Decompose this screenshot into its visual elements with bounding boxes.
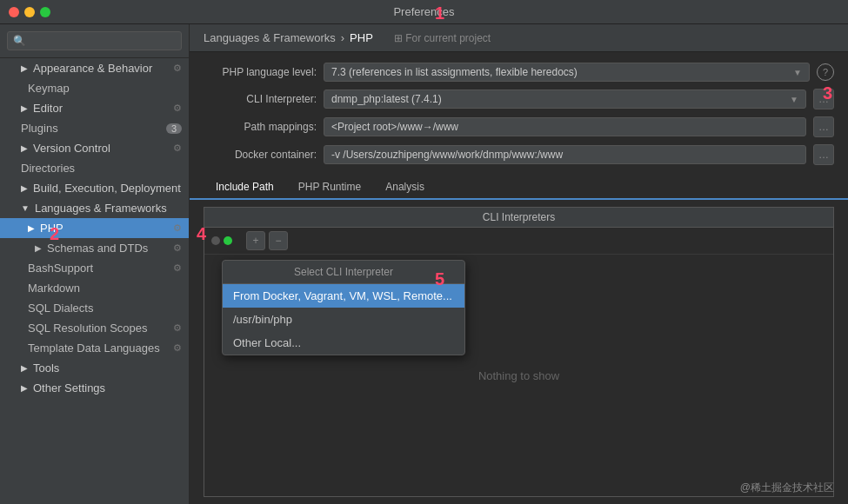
sidebar-item-label: BashSupport: [28, 262, 93, 275]
settings-icon: ⚙: [173, 322, 182, 334]
settings-icon: ⚙: [173, 63, 182, 74]
dropdown-item-usr-bin-php[interactable]: /usr/bin/php: [223, 308, 464, 331]
breadcrumb: Languages & Frameworks › PHP: [204, 31, 373, 44]
expand-arrow-icon: ▶: [21, 103, 28, 113]
cli-interpreter-row: CLI Interpreter: dnmp_php:latest (7.4.1)…: [204, 89, 834, 109]
sidebar-item-bashsupport[interactable]: BashSupport ⚙: [0, 258, 189, 278]
sidebar-item-label: SQL Resolution Scopes: [28, 322, 148, 335]
cli-interpreter-dropdown[interactable]: dnmp_php:latest (7.4.1) ▼: [324, 90, 806, 109]
path-mappings-value: <Project root>/www→/www: [324, 117, 806, 136]
sidebar-item-sql-dialects[interactable]: SQL Dialects: [0, 298, 189, 318]
sidebar-item-sql-resolution-scopes[interactable]: SQL Resolution Scopes ⚙: [0, 318, 189, 338]
sidebar-item-label: Template Data Languages: [28, 342, 160, 355]
cli-interpreter-label: CLI Interpreter:: [204, 93, 317, 105]
form-area: PHP language level: 7.3 (references in l…: [190, 52, 848, 176]
content-area: Languages & Frameworks › PHP ⊞ For curre…: [190, 24, 848, 504]
dropdown-arrow-icon: ▼: [793, 68, 802, 77]
sidebar-item-label: SQL Dialects: [28, 302, 93, 315]
sidebar-item-label: PHP: [40, 222, 63, 235]
sidebar-item-label: Build, Execution, Deployment: [33, 182, 181, 195]
for-current-project[interactable]: ⊞ For current project: [394, 32, 491, 44]
expand-arrow-icon: ▶: [21, 363, 28, 373]
sidebar-item-label: Directories: [21, 162, 75, 175]
settings-icon: ⚙: [173, 222, 182, 234]
breadcrumb-arrow: ›: [341, 31, 344, 44]
titlebar: Preferences: [0, 0, 848, 24]
cli-interpreter-edit-button[interactable]: …: [813, 89, 834, 109]
php-language-level-value: 7.3 (references in list assignments, fle…: [331, 66, 578, 78]
sidebar-search-container: [0, 24, 189, 58]
sidebar-item-markdown[interactable]: Markdown: [0, 278, 189, 298]
for-current-label: ⊞ For current project: [394, 32, 491, 44]
window-controls: [9, 7, 50, 17]
tab-php-runtime[interactable]: PHP Runtime: [286, 176, 373, 200]
sidebar-item-label: Tools: [33, 361, 59, 375]
cli-panel-header: CLI Interpreters: [204, 208, 833, 228]
maximize-button[interactable]: [40, 7, 50, 17]
dropdown-item-from-docker[interactable]: From Docker, Vagrant, VM, WSL, Remote...: [223, 284, 464, 308]
php-language-level-dropdown[interactable]: 7.3 (references in list assignments, fle…: [324, 63, 810, 82]
window-title: Preferences: [393, 5, 454, 18]
dropdown-arrow-icon: ▼: [790, 95, 798, 104]
dropdown-item-other-local[interactable]: Other Local...: [223, 331, 464, 355]
php-language-level-label: PHP language level:: [204, 66, 317, 78]
sidebar-item-directories[interactable]: Directories: [0, 158, 189, 178]
sidebar-item-version-control[interactable]: ▶ Version Control ⚙: [0, 138, 189, 158]
sidebar-item-build-execution[interactable]: ▶ Build, Execution, Deployment: [0, 178, 189, 198]
sidebar-item-label: Keymap: [28, 82, 70, 95]
docker-container-text: -v /Users/zouzhipeng/www/work/dnmp/www:/…: [331, 149, 563, 161]
sidebar-item-editor[interactable]: ▶ Editor ⚙: [0, 98, 189, 118]
settings-icon: ⚙: [173, 342, 182, 354]
expand-arrow-icon: ▶: [21, 63, 28, 73]
cli-interpreter-value: dnmp_php:latest (7.4.1): [331, 93, 442, 105]
sidebar-item-appearance-behavior[interactable]: ▶ Appearance & Behavior ⚙: [0, 58, 189, 78]
expand-arrow-icon: ▶: [21, 183, 28, 193]
sidebar-item-keymap[interactable]: Keymap: [0, 78, 189, 98]
sidebar-item-tools[interactable]: ▶ Tools: [0, 358, 189, 378]
select-cli-interpreter-dropdown: Select CLI Interpreter From Docker, Vagr…: [222, 260, 465, 355]
cli-panel-toolbar: + −: [204, 228, 833, 255]
content-header: Languages & Frameworks › PHP ⊞ For curre…: [190, 24, 848, 52]
sidebar-item-label: Other Settings: [33, 381, 105, 395]
main-layout: ▶ Appearance & Behavior ⚙ Keymap ▶ Edito…: [0, 24, 848, 504]
path-mappings-edit-button[interactable]: …: [813, 116, 834, 137]
sidebar: ▶ Appearance & Behavior ⚙ Keymap ▶ Edito…: [0, 24, 190, 504]
breadcrumb-current: PHP: [350, 31, 373, 44]
path-mappings-row: Path mappings: <Project root>/www→/www …: [204, 116, 834, 137]
sidebar-item-template-data-languages[interactable]: Template Data Languages ⚙: [0, 338, 189, 358]
watermark: @稀土掘金技术社区: [740, 481, 834, 495]
sidebar-item-label: Markdown: [28, 282, 80, 295]
close-button[interactable]: [9, 7, 19, 17]
expand-arrow-icon: ▶: [28, 223, 35, 233]
cli-panel-title: CLI Interpreters: [483, 211, 555, 223]
sidebar-item-plugins[interactable]: Plugins 3: [0, 118, 189, 138]
sidebar-item-php[interactable]: ▶ PHP ⚙: [0, 218, 189, 238]
minimize-button[interactable]: [24, 7, 35, 17]
expand-arrow-icon: ▶: [21, 383, 28, 393]
tabs-bar: Include Path PHP Runtime Analysis: [190, 176, 848, 200]
docker-container-edit-button[interactable]: …: [813, 144, 834, 165]
expand-arrow-icon: ▼: [21, 203, 30, 213]
search-input[interactable]: [7, 31, 182, 50]
remove-interpreter-button[interactable]: −: [269, 231, 288, 250]
sidebar-item-schemas-dtds[interactable]: ▶ Schemas and DTDs ⚙: [0, 238, 189, 258]
tab-include-path[interactable]: Include Path: [204, 176, 286, 200]
settings-icon: ⚙: [173, 242, 182, 254]
sidebar-item-other-settings[interactable]: ▶ Other Settings: [0, 378, 189, 398]
docker-container-row: Docker container: -v /Users/zouzhipeng/w…: [204, 144, 834, 165]
add-interpreter-button[interactable]: +: [246, 231, 265, 250]
sidebar-item-label: Languages & Frameworks: [35, 202, 167, 215]
expand-arrow-icon: ▶: [21, 143, 28, 153]
help-icon[interactable]: ?: [817, 63, 834, 81]
dropdown-menu-title: Select CLI Interpreter: [223, 261, 464, 284]
plugins-badge: 3: [166, 123, 182, 134]
traffic-dot-green: [224, 236, 232, 245]
sidebar-item-languages-frameworks[interactable]: ▼ Languages & Frameworks: [0, 198, 189, 218]
breadcrumb-root: Languages & Frameworks: [204, 31, 336, 44]
settings-icon: ⚙: [173, 103, 182, 114]
docker-container-value: -v /Users/zouzhipeng/www/work/dnmp/www:/…: [324, 145, 806, 164]
traffic-dot-gray: [211, 236, 220, 245]
tab-analysis[interactable]: Analysis: [373, 176, 437, 200]
settings-icon: ⚙: [173, 143, 182, 154]
settings-icon: ⚙: [173, 262, 182, 274]
